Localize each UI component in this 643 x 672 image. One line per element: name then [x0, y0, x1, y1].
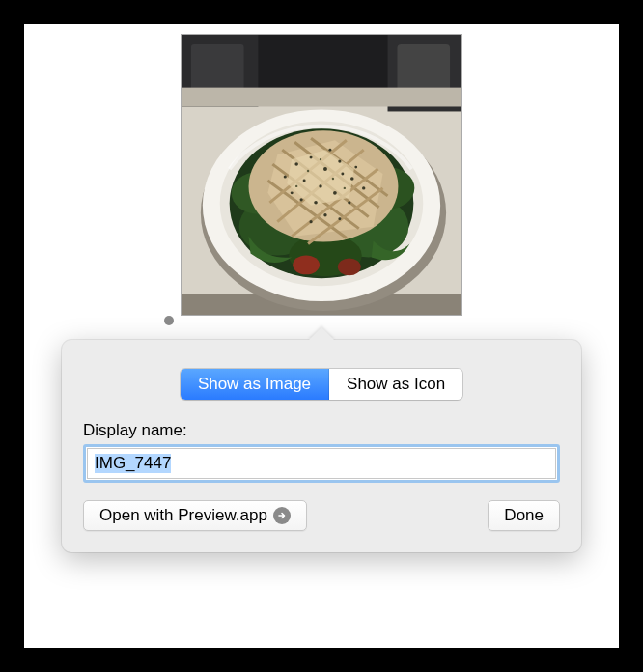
svg-point-44: [284, 175, 287, 178]
svg-point-33: [323, 167, 327, 171]
svg-point-45: [341, 173, 344, 176]
svg-point-48: [323, 213, 326, 216]
svg-point-39: [348, 201, 350, 204]
svg-point-55: [295, 185, 297, 187]
show-as-icon-button[interactable]: Show as Icon: [329, 369, 462, 400]
svg-point-46: [354, 166, 357, 169]
svg-point-32: [310, 156, 313, 159]
svg-point-38: [333, 191, 337, 195]
show-as-image-button[interactable]: Show as Image: [181, 369, 329, 400]
svg-point-49: [338, 217, 341, 220]
display-name-input-focus-ring: [83, 444, 560, 483]
image-attachment-preview[interactable]: [181, 34, 462, 316]
selection-handle-dot: [164, 316, 174, 325]
svg-point-42: [362, 186, 365, 189]
open-with-preview-label: Open with Preview.app: [99, 506, 267, 525]
svg-point-37: [303, 179, 306, 182]
svg-rect-5: [191, 44, 244, 93]
svg-point-50: [309, 220, 312, 223]
arrow-right-circle-icon: [273, 507, 291, 524]
svg-point-52: [332, 178, 334, 180]
display-mode-segmented-control: Show as Image Show as Icon: [181, 369, 462, 400]
open-with-preview-button[interactable]: Open with Preview.app: [83, 500, 307, 531]
svg-point-34: [338, 160, 341, 163]
svg-rect-6: [182, 88, 461, 107]
svg-point-17: [293, 255, 320, 274]
svg-point-36: [319, 184, 322, 187]
svg-point-47: [300, 198, 303, 201]
svg-point-54: [344, 187, 346, 189]
display-name-label: Display name:: [83, 421, 560, 440]
svg-point-40: [314, 201, 318, 205]
svg-point-43: [328, 149, 331, 152]
svg-point-41: [291, 191, 294, 194]
done-button[interactable]: Done: [488, 500, 560, 531]
svg-point-31: [294, 162, 298, 166]
svg-point-18: [338, 258, 361, 275]
display-name-input[interactable]: [87, 448, 556, 479]
svg-point-53: [320, 158, 322, 160]
svg-point-35: [350, 177, 354, 181]
popover-arrow: [308, 327, 335, 341]
attachment-options-popover: Show as Image Show as Icon Display name:…: [62, 340, 581, 552]
svg-point-51: [307, 170, 309, 172]
